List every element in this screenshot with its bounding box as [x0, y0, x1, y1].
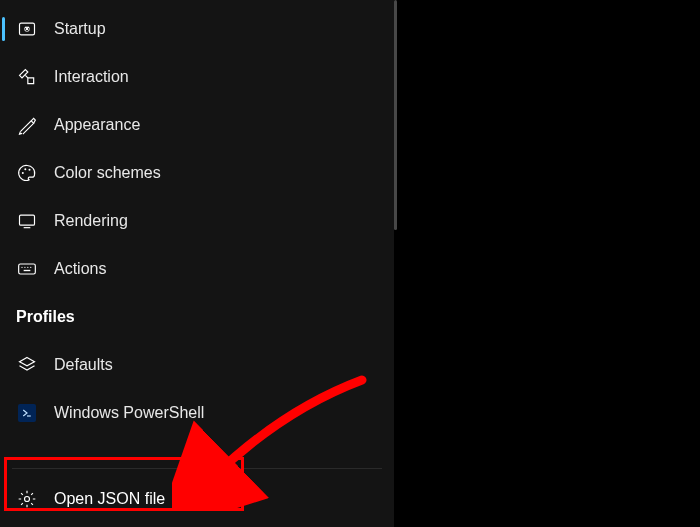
svg-rect-11 [24, 270, 31, 271]
open-json-label: Open JSON file [54, 490, 165, 508]
defaults-icon [16, 354, 38, 376]
svg-point-4 [29, 169, 31, 171]
sidebar-item-interaction[interactable]: Interaction [0, 53, 394, 101]
svg-point-12 [25, 497, 30, 502]
interaction-icon [16, 66, 38, 88]
sidebar-item-label: Appearance [54, 116, 140, 134]
sidebar-item-appearance[interactable]: Appearance [0, 101, 394, 149]
sidebar-item-startup[interactable]: Startup [0, 5, 394, 53]
section-header-profiles: Profiles [0, 293, 394, 341]
settings-sidebar: Startup Interaction Appearance [0, 0, 394, 527]
svg-rect-5 [20, 215, 35, 225]
sidebar-item-rendering[interactable]: Rendering [0, 197, 394, 245]
sidebar-item-label: Defaults [54, 356, 113, 374]
sidebar-item-color-schemes[interactable]: Color schemes [0, 149, 394, 197]
sidebar-item-label: Windows PowerShell [54, 404, 204, 422]
color-schemes-icon [16, 162, 38, 184]
separator [12, 468, 382, 469]
svg-point-8 [24, 267, 25, 268]
svg-point-10 [30, 267, 31, 268]
sidebar-item-label: Interaction [54, 68, 129, 86]
sidebar-item-powershell[interactable]: Windows PowerShell [0, 389, 394, 437]
rendering-icon [16, 210, 38, 232]
sidebar-item-label: Actions [54, 260, 106, 278]
gear-icon [16, 488, 38, 510]
sidebar-item-label: Rendering [54, 212, 128, 230]
scrollbar[interactable] [394, 0, 397, 230]
appearance-icon [16, 114, 38, 136]
sidebar-item-label: Startup [54, 20, 106, 38]
svg-point-7 [21, 267, 22, 268]
sidebar-bottom: Open JSON file [0, 468, 394, 527]
sidebar-nav: Startup Interaction Appearance [0, 0, 394, 437]
svg-point-3 [24, 168, 26, 170]
sidebar-item-defaults[interactable]: Defaults [0, 341, 394, 389]
sidebar-item-actions[interactable]: Actions [0, 245, 394, 293]
svg-point-9 [27, 267, 28, 268]
powershell-icon [18, 404, 36, 422]
sidebar-item-label: Color schemes [54, 164, 161, 182]
startup-icon [16, 18, 38, 40]
actions-icon [16, 258, 38, 280]
svg-rect-6 [19, 264, 36, 274]
open-json-file-button[interactable]: Open JSON file [0, 471, 394, 527]
svg-point-2 [22, 172, 24, 174]
